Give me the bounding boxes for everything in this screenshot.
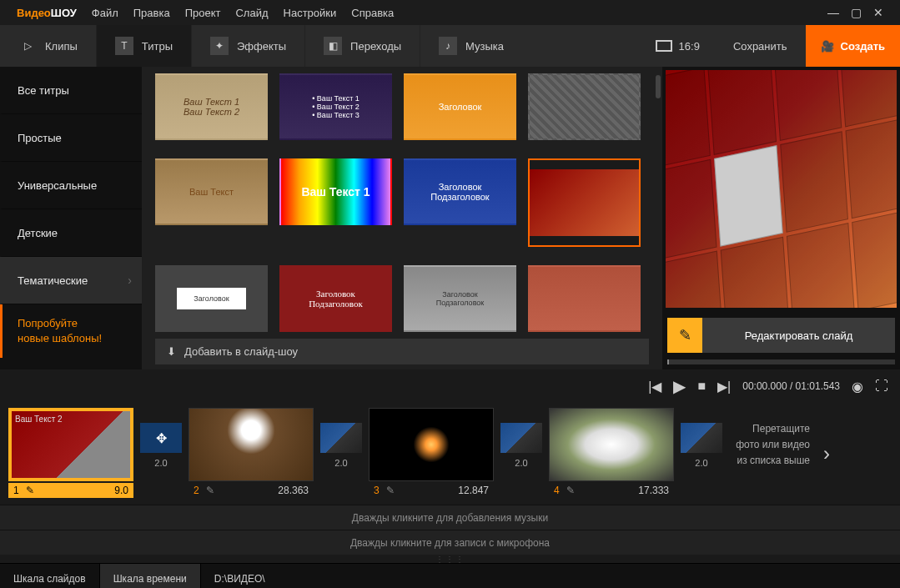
add-to-slideshow-button[interactable]: ⬇ Добавить в слайд-шоу	[155, 339, 649, 364]
tab-effects[interactable]: ✦ Эффекты	[191, 25, 304, 67]
menu-help[interactable]: Справка	[351, 7, 394, 19]
tab-music-label: Музыка	[465, 40, 504, 53]
tab-music[interactable]: ♪ Музыка	[420, 25, 522, 67]
title-thumb[interactable]: ЗаголовокПодзаголовок	[404, 158, 516, 225]
thumb-label: Заголовок	[177, 288, 245, 309]
resize-handle[interactable]: ⋮⋮⋮	[0, 555, 900, 563]
timeline-next-button[interactable]: ›	[823, 442, 830, 465]
main-tab-bar: ▷ Клипы T Титры ✦ Эффекты ◧ Переходы ♪ М…	[0, 25, 900, 67]
sidebar-item-thematic[interactable]: Тематические›	[0, 257, 142, 304]
mic-track[interactable]: Дважды кликните для записи с микрофона	[0, 530, 900, 555]
tab-clips[interactable]: ▷ Клипы	[0, 25, 96, 67]
sidebar-item-all[interactable]: Все титры	[0, 67, 142, 114]
trans-dur: 2.0	[515, 458, 527, 468]
menu-file[interactable]: Файл	[92, 7, 118, 19]
trans-dur: 2.0	[695, 458, 707, 468]
title-thumb[interactable]: Заголовок	[155, 265, 268, 332]
save-button[interactable]: Сохранить	[715, 25, 806, 67]
edit-slide-button[interactable]: ✎ Редактировать слайд	[667, 318, 895, 353]
sidebar-label: Детские	[18, 227, 58, 239]
sidebar-item-simple[interactable]: Простые	[0, 114, 142, 162]
close-button[interactable]: ✕	[873, 6, 883, 19]
title-thumb[interactable]: Ваш Текст	[155, 158, 268, 225]
timeline-hint: Перетащите фото или видео из списка выше	[729, 408, 817, 483]
tab-effects-label: Эффекты	[237, 40, 286, 53]
transition-icon: ◧	[324, 37, 342, 55]
sidebar-item-kids[interactable]: Детские	[0, 209, 142, 257]
trans-thumb	[320, 423, 362, 453]
pencil-icon[interactable]: ✎	[26, 485, 34, 496]
project-path: D:\ВИДЕО\	[201, 573, 279, 585]
pencil-icon[interactable]: ✎	[566, 485, 575, 496]
title-thumb[interactable]: ЗаголовокПодзаголовок	[404, 265, 516, 332]
music-track[interactable]: Дважды кликните для добавления музыки	[0, 505, 900, 530]
title-thumb-selected[interactable]	[528, 158, 641, 247]
timeline-slide-1[interactable]: Ваш Текст 2 1✎9.0	[8, 408, 133, 498]
titles-gallery: Ваш Текст 1Ваш Текст 2 • Ваш Текст 1• Ва…	[142, 67, 662, 369]
thumb-label	[530, 169, 639, 236]
bottom-tab-time[interactable]: Шкала времени	[100, 564, 201, 588]
timeline-slide-3[interactable]: 3✎12.847	[369, 408, 494, 498]
trans-dur: 2.0	[154, 458, 167, 468]
transition-2[interactable]: 2.0	[317, 408, 365, 468]
minimize-button[interactable]: —	[827, 6, 839, 19]
title-thumb[interactable]: Ваш Текст 1	[279, 158, 392, 225]
snapshot-button[interactable]: ◉	[852, 379, 863, 395]
title-thumb[interactable]: • Ваш Текст 1• Ваш Текст 2• Ваш Текст 3	[279, 73, 392, 140]
thumb-label: Ваш Текст 1Ваш Текст 2	[157, 75, 266, 138]
tab-titles[interactable]: T Титры	[96, 25, 191, 67]
thumb-label: ЗаголовокПодзаголовок	[281, 267, 390, 330]
title-thumb[interactable]: Ваш Текст 1Ваш Текст 2	[155, 73, 268, 140]
preview-panel: ✎ Редактировать слайд	[662, 67, 900, 369]
maximize-button[interactable]: ▢	[851, 6, 862, 19]
thumb-label: ЗаголовокПодзаголовок	[405, 267, 515, 330]
sidebar-promo[interactable]: Попробуйте новые шаблоны!	[0, 304, 142, 358]
logo-left: Видео	[17, 7, 51, 19]
timeline-slide-2[interactable]: 2✎28.363	[189, 408, 314, 498]
menu-project[interactable]: Проект	[185, 7, 221, 19]
trans-thumb	[500, 423, 542, 453]
menu-edit[interactable]: Правка	[133, 7, 170, 19]
next-button[interactable]: ▶|	[717, 379, 731, 395]
title-thumb[interactable]: ЗаголовокПодзаголовок	[279, 265, 392, 332]
play-icon: ▷	[18, 37, 37, 55]
fullscreen-button[interactable]: ⛶	[875, 379, 888, 394]
thumb-label	[530, 267, 639, 330]
save-label: Сохранить	[733, 40, 787, 53]
promo-line2: новые шаблоны!	[18, 331, 127, 346]
sidebar-item-universal[interactable]: Универсальные	[0, 162, 142, 209]
edit-slide-label: Редактировать слайд	[702, 329, 895, 342]
timeline-slide-4[interactable]: 4✎17.333	[549, 408, 674, 498]
app-logo: ВидеоШОУ	[17, 7, 77, 19]
thumb-label: Ваш Текст 1	[281, 160, 390, 224]
create-label: Создать	[841, 40, 885, 53]
title-thumb[interactable]: Заголовок	[404, 73, 516, 140]
menu-settings[interactable]: Настройки	[284, 7, 337, 19]
tab-titles-label: Титры	[142, 40, 173, 53]
promo-line1: Попробуйте	[18, 316, 127, 331]
tab-transitions[interactable]: ◧ Переходы	[304, 25, 420, 67]
create-button[interactable]: 🎥 Создать	[806, 25, 900, 67]
transition-4[interactable]: 2.0	[677, 408, 726, 468]
top-right-controls: 16:9 Сохранить 🎥 Создать	[641, 25, 900, 67]
play-button[interactable]: ▶	[673, 376, 686, 396]
add-label: Добавить в слайд-шоу	[184, 345, 298, 358]
aspect-label: 16:9	[679, 40, 700, 53]
aspect-ratio-button[interactable]: 16:9	[641, 40, 715, 53]
thumb-label: Ваш Текст	[157, 160, 266, 224]
music-icon: ♪	[439, 37, 457, 55]
sidebar-label: Универсальные	[18, 179, 97, 192]
stop-button[interactable]: ■	[697, 379, 706, 394]
trans-thumb	[681, 423, 722, 453]
transition-3[interactable]: 2.0	[497, 408, 546, 468]
title-thumb[interactable]	[528, 265, 641, 332]
pencil-icon[interactable]: ✎	[206, 485, 214, 496]
camera-icon: 🎥	[821, 40, 834, 53]
pencil-icon[interactable]: ✎	[386, 485, 395, 496]
title-thumb[interactable]	[528, 73, 641, 140]
preview-progress[interactable]	[667, 359, 895, 364]
bottom-tab-slides[interactable]: Шкала слайдов	[0, 564, 100, 588]
prev-button[interactable]: |◀	[648, 379, 661, 395]
transition-1[interactable]: ✥2.0	[137, 408, 185, 468]
menu-slide[interactable]: Слайд	[235, 7, 268, 19]
